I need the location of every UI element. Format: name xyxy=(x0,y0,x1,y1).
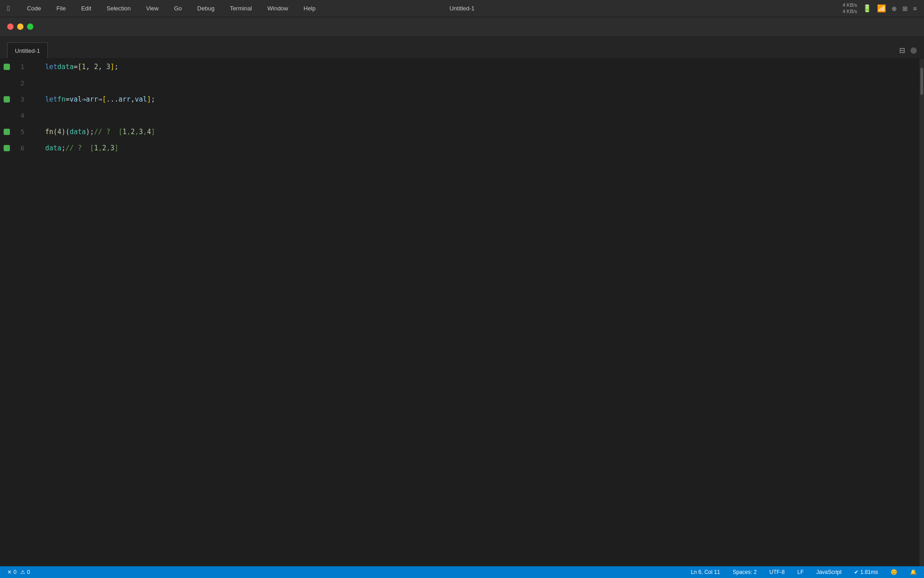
breakpoint-indicator[interactable] xyxy=(4,96,10,103)
notification-icon: ≡ xyxy=(913,5,917,12)
gutter-row: 2 xyxy=(0,75,36,91)
menu-terminal[interactable]: Terminal xyxy=(226,4,255,13)
tab-untitled-1[interactable]: Untitled-1 xyxy=(7,42,48,58)
check-time[interactable]: ✔ 1.81ms xyxy=(852,569,880,575)
line-number: 2 xyxy=(14,79,24,87)
scrollbar-thumb[interactable] xyxy=(920,68,923,95)
battery-icon: 🔋 xyxy=(863,4,872,13)
breakpoint-indicator[interactable] xyxy=(4,80,10,86)
tab-bar: Untitled-1 ⊟ xyxy=(0,36,924,59)
line-number: 1 xyxy=(14,63,24,70)
titlebar-status-icons: 4 KB/s4 KB/s 🔋 📶 ⊕ ⊞ ≡ xyxy=(842,2,917,14)
error-icon: ✕ xyxy=(7,569,12,575)
error-number: 0 xyxy=(14,569,17,575)
close-button[interactable] xyxy=(7,23,14,30)
statusbar-left: ✕ 0 ⚠ 0 xyxy=(5,569,32,575)
menu-view[interactable]: View xyxy=(143,4,162,13)
window-controls xyxy=(0,17,924,36)
network-status: 4 KB/s4 KB/s xyxy=(842,2,857,14)
menu-code[interactable]: Code xyxy=(23,4,45,13)
feedback-icon[interactable]: 😊 xyxy=(889,569,899,575)
split-editor-icon[interactable]: ⊟ xyxy=(899,46,905,55)
breakpoint-indicator[interactable] xyxy=(4,145,10,151)
minimize-button[interactable] xyxy=(17,23,23,30)
code-line: let fn = val ⇒ arr ⇒ [ ...arr, val]; xyxy=(36,91,919,107)
breakpoint-indicator[interactable] xyxy=(4,112,10,119)
warning-icon: ⚠ xyxy=(20,569,25,575)
menu-selection[interactable]: Selection xyxy=(103,4,134,13)
menu-bar:  Code File Edit Selection View Go Debug… xyxy=(0,0,924,17)
gutter: 123456 xyxy=(0,59,36,566)
status-bar: ✕ 0 ⚠ 0 Ln 6, Col 11 Spaces: 2 UTF-8 LF … xyxy=(0,566,924,578)
language-mode[interactable]: JavaScript xyxy=(814,569,843,575)
line-number: 5 xyxy=(14,128,24,135)
bluetooth-icon: ⊕ xyxy=(892,5,897,12)
menu-debug[interactable]: Debug xyxy=(194,4,218,13)
error-count[interactable]: ✕ 0 ⚠ 0 xyxy=(5,569,32,575)
breakpoint-indicator[interactable] xyxy=(4,64,10,70)
statusbar-right: Ln 6, Col 11 Spaces: 2 UTF-8 LF JavaScri… xyxy=(689,569,919,575)
control-center-icon: ⊞ xyxy=(902,5,908,12)
gutter-row: 6 xyxy=(0,140,36,156)
wifi-icon: 📶 xyxy=(877,4,886,13)
menu-go[interactable]: Go xyxy=(171,4,185,13)
editor-area: 123456 let data = [1, 2, 3];let fn = val… xyxy=(0,59,924,566)
code-line xyxy=(36,75,919,91)
maximize-button[interactable] xyxy=(27,23,33,30)
menu-file[interactable]: File xyxy=(53,4,69,13)
tab-dot-icon xyxy=(910,47,917,54)
menu-window[interactable]: Window xyxy=(264,4,292,13)
cursor-position[interactable]: Ln 6, Col 11 xyxy=(689,569,722,575)
scrollbar[interactable] xyxy=(919,59,924,566)
menu-edit[interactable]: Edit xyxy=(78,4,95,13)
gutter-row: 5 xyxy=(0,124,36,140)
breakpoint-indicator[interactable] xyxy=(4,129,10,135)
indentation[interactable]: Spaces: 2 xyxy=(731,569,758,575)
code-line: fn(4)(data); // ? [ 1, 2, 3, 4 ] xyxy=(36,124,919,140)
apple-menu-icon[interactable]:  xyxy=(7,5,10,13)
code-line xyxy=(36,107,919,124)
line-number: 4 xyxy=(14,112,24,119)
gutter-row: 3 xyxy=(0,91,36,107)
gutter-row: 1 xyxy=(0,59,36,75)
menu-help[interactable]: Help xyxy=(300,4,319,13)
tab-label: Untitled-1 xyxy=(15,47,40,54)
eol[interactable]: LF xyxy=(795,569,805,575)
gutter-row: 4 xyxy=(0,107,36,124)
code-line: data; // ? [ 1, 2, 3 ] xyxy=(36,140,919,156)
bell-icon[interactable]: 🔔 xyxy=(908,569,919,575)
warning-number: 0 xyxy=(27,569,30,575)
menu-items-left:  Code File Edit Selection View Go Debug… xyxy=(7,4,319,13)
line-number: 6 xyxy=(14,144,24,152)
encoding[interactable]: UTF-8 xyxy=(767,569,786,575)
code-line: let data = [1, 2, 3]; xyxy=(36,59,919,75)
line-number: 3 xyxy=(14,96,24,103)
code-editor[interactable]: let data = [1, 2, 3];let fn = val ⇒ arr … xyxy=(36,59,919,566)
window-title: Untitled-1 xyxy=(449,5,475,12)
tab-bar-actions: ⊟ xyxy=(899,46,917,55)
